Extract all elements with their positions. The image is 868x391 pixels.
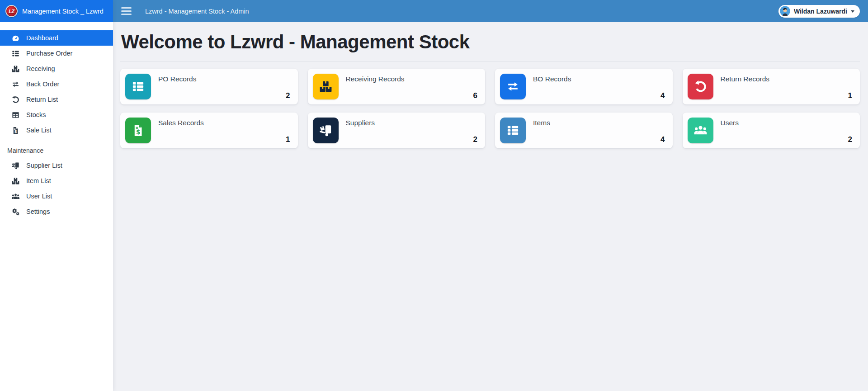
app-logo-icon: LZ [5, 5, 18, 17]
card-tile [688, 74, 713, 99]
file-invoice-dollar-icon: $ [11, 126, 20, 135]
user-menu[interactable]: Wildan Lazuwardi [778, 5, 860, 18]
sidebar: LZ Management Stock _ Lzwrd DashboardPur… [0, 0, 113, 391]
card-count: 4 [660, 135, 665, 144]
card-count: 2 [286, 91, 290, 100]
th-list-icon [131, 80, 145, 94]
truck-loading-icon [319, 123, 333, 137]
card-tile [500, 74, 526, 99]
card-count: 6 [473, 91, 477, 100]
card-count: 1 [286, 135, 290, 144]
sidebar-item-back-order[interactable]: Back Order [0, 76, 113, 92]
card-tile [125, 74, 151, 99]
sidebar-item-purchase-order[interactable]: Purchase Order [0, 46, 113, 61]
card-label: Receiving Records [346, 75, 405, 99]
sidebar-item-sale-list[interactable]: $Sale List [0, 122, 113, 138]
card-items[interactable]: Items4 [495, 113, 673, 148]
boxes-icon [11, 177, 20, 185]
undo-icon [693, 80, 708, 94]
topbar: Lzwrd - Management Stock - Admin Wildan … [113, 0, 868, 22]
sidebar-item-label: Back Order [26, 80, 59, 88]
card-label: Sales Records [158, 119, 204, 143]
sidebar-item-label: Supplier List [26, 162, 62, 169]
sidebar-item-label: Settings [26, 208, 50, 215]
sidebar-item-label: Item List [26, 177, 51, 184]
svg-text:$: $ [14, 129, 17, 133]
chevron-down-icon [851, 10, 854, 13]
truck-loading-icon [11, 161, 20, 170]
sidebar-item-label: Receiving [26, 65, 55, 72]
svg-text:$: $ [136, 128, 140, 136]
card-count: 4 [660, 91, 665, 100]
card-users[interactable]: Users2 [683, 113, 860, 148]
card-count: 2 [848, 135, 852, 144]
card-label: PO Records [158, 75, 196, 99]
card-suppliers[interactable]: Suppliers2 [308, 113, 486, 148]
card-tile [500, 118, 526, 143]
brand-title: Management Stock _ Lzwrd [22, 8, 104, 15]
exchange-icon [506, 80, 520, 94]
sidebar-item-receiving[interactable]: Receiving [0, 61, 113, 76]
th-list-icon [506, 123, 520, 137]
table-icon [11, 111, 20, 119]
card-receiving-records[interactable]: Receiving Records6 [308, 69, 486, 104]
card-label: Items [533, 119, 550, 143]
users-icon [11, 192, 20, 201]
avatar [780, 6, 790, 16]
sidebar-item-label: Sale List [26, 127, 52, 134]
card-tile [313, 74, 339, 99]
boxes-icon [319, 80, 333, 94]
sidebar-item-supplier-list[interactable]: Supplier List [0, 158, 113, 173]
card-tile: $ [125, 118, 151, 143]
sidebar-item-label: Return List [26, 96, 58, 103]
tachometer-icon [11, 34, 20, 42]
sidebar-item-user-list[interactable]: User List [0, 188, 113, 204]
card-return-records[interactable]: Return Records1 [683, 69, 860, 104]
card-label: Return Records [721, 75, 770, 99]
card-count: 2 [473, 135, 477, 144]
user-name: Wildan Lazuwardi [794, 8, 847, 15]
sidebar-nav: DashboardPurchase OrderReceivingBack Ord… [0, 22, 113, 219]
card-tile [688, 118, 713, 143]
card-label: Users [721, 119, 739, 143]
sidebar-item-label: Purchase Order [26, 50, 72, 57]
file-invoice-dollar-icon: $ [131, 123, 145, 137]
card-sales-records[interactable]: $Sales Records1 [120, 113, 298, 148]
sidebar-item-item-list[interactable]: Item List [0, 173, 113, 188]
main-content: Welcome to Lzwrd - Management Stock PO R… [113, 22, 868, 391]
brand[interactable]: LZ Management Stock _ Lzwrd [0, 0, 113, 22]
sidebar-item-label: Stocks [26, 111, 46, 118]
users-icon [693, 123, 708, 137]
sidebar-item-settings[interactable]: Settings [0, 204, 113, 219]
hamburger-menu-icon[interactable] [121, 7, 132, 15]
card-po-records[interactable]: PO Records2 [120, 69, 298, 104]
sidebar-item-stocks[interactable]: Stocks [0, 107, 113, 122]
sidebar-item-label: Dashboard [26, 34, 58, 42]
sidebar-item-dashboard[interactable]: Dashboard [0, 30, 113, 46]
card-label: Suppliers [346, 119, 375, 143]
page-title: Welcome to Lzwrd - Management Stock [121, 31, 860, 53]
boxes-icon [11, 65, 20, 73]
card-label: BO Records [533, 75, 571, 99]
sidebar-section-label: Maintenance [0, 143, 113, 158]
th-list-icon [11, 49, 20, 58]
card-count: 1 [848, 91, 852, 100]
exchange-icon [11, 80, 20, 89]
divider [120, 61, 860, 61]
sidebar-item-label: User List [26, 193, 52, 200]
cogs-icon [11, 207, 20, 216]
card-bo-records[interactable]: BO Records4 [495, 69, 673, 104]
navbar-title: Lzwrd - Management Stock - Admin [145, 8, 249, 15]
sidebar-item-return-list[interactable]: Return List [0, 92, 113, 107]
card-tile [313, 118, 339, 143]
undo-icon [11, 95, 20, 104]
cards-grid: PO Records2Receiving Records6BO Records4… [120, 69, 860, 148]
